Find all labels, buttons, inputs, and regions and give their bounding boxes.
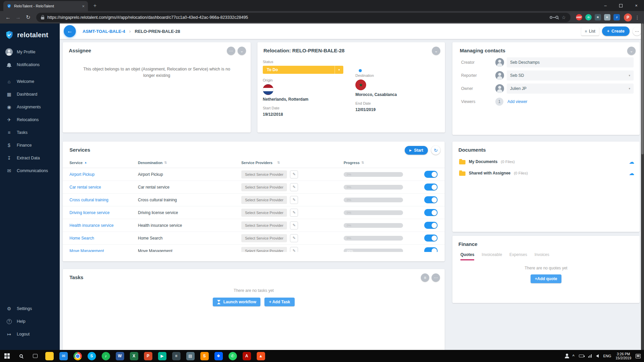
start-services-button[interactable]: ▶ Start xyxy=(405,146,428,155)
sidebar-item-relocations[interactable]: ✈ Relocations xyxy=(0,113,60,126)
owner-select[interactable]: Julien JP ▾ xyxy=(507,84,634,94)
page-scrollbar-thumb[interactable] xyxy=(641,23,644,154)
browser-extension-icon[interactable]: ABP xyxy=(576,14,582,20)
service-enabled-toggle[interactable] xyxy=(424,171,438,178)
create-button[interactable]: + Create xyxy=(602,27,630,36)
taskbar-app-button[interactable]: X xyxy=(127,350,141,362)
edit-provider-button[interactable]: ✎ xyxy=(290,247,298,252)
service-link[interactable]: Move Management xyxy=(69,249,104,252)
service-link[interactable]: Health insurance service xyxy=(69,223,113,228)
password-key-icon[interactable] xyxy=(550,16,552,19)
sidebar-item-communications[interactable]: ✉ Communications xyxy=(0,164,60,177)
zoom-icon[interactable] xyxy=(555,16,558,19)
contacts-collapse-button[interactable]: ⌄ xyxy=(627,47,636,55)
tray-expand-icon[interactable]: ^ xyxy=(573,354,575,358)
browser-profile-avatar[interactable]: P xyxy=(624,13,632,21)
browser-tab[interactable]: ReloTalent - ReloTalent × xyxy=(3,1,88,11)
edit-provider-button[interactable]: ✎ xyxy=(290,183,298,191)
taskbar-app-button[interactable]: ▶ xyxy=(155,350,169,362)
browser-extension-icon[interactable]: G xyxy=(585,14,592,20)
select-provider-dropdown[interactable]: Select Service Provider xyxy=(241,221,287,229)
refresh-services-button[interactable]: ↻ xyxy=(431,146,440,155)
service-enabled-toggle[interactable] xyxy=(424,235,438,242)
sidebar-item-finance[interactable]: $ Finance xyxy=(0,139,60,152)
volume-icon[interactable] xyxy=(596,354,599,358)
taskbar-app-button[interactable]: S xyxy=(197,350,211,362)
document-folder-row[interactable]: My Documents (0 Files) ☁ xyxy=(452,156,640,167)
status-dropdown[interactable]: To Do ▾ xyxy=(263,66,343,74)
service-enabled-toggle[interactable] xyxy=(424,247,438,252)
browser-menu-icon[interactable]: ⋮ xyxy=(634,15,641,20)
sidebar-item-settings[interactable]: ⚙ Settings xyxy=(0,302,60,315)
select-provider-dropdown[interactable]: Select Service Provider xyxy=(241,170,287,178)
cloud-upload-icon[interactable]: ☁ xyxy=(629,159,634,165)
sidebar-item-welcome[interactable]: ⌂ Welcome xyxy=(0,75,60,88)
taskbar-search-button[interactable] xyxy=(14,350,28,362)
finance-tab[interactable]: Quotes xyxy=(460,252,474,260)
taskbar-app-button[interactable] xyxy=(42,350,56,362)
network-signal-icon[interactable] xyxy=(588,354,592,358)
finance-tab[interactable]: Invoices xyxy=(535,252,549,260)
select-provider-dropdown[interactable]: Select Service Provider xyxy=(241,196,287,204)
browser-forward-button[interactable]: → xyxy=(13,14,23,20)
sidebar-item-tasks[interactable]: ≡ Tasks xyxy=(0,126,60,139)
select-provider-dropdown[interactable]: Select Service Provider xyxy=(241,209,287,217)
service-link[interactable]: Airport Pickup xyxy=(69,172,95,177)
finance-tab[interactable]: Expenses xyxy=(509,252,527,260)
service-link[interactable]: Car rental service xyxy=(69,185,101,190)
tab-close-icon[interactable]: × xyxy=(82,4,85,9)
tasks-more-button[interactable]: ⋯ xyxy=(432,273,440,282)
relocation-collapse-button[interactable]: ⌄ xyxy=(432,47,440,55)
finance-tab[interactable]: Invoiceable xyxy=(482,252,502,260)
battery-icon[interactable] xyxy=(579,355,584,357)
launch-workflow-button[interactable]: Launch workflow xyxy=(213,298,260,306)
taskbar-app-button[interactable]: ▲ xyxy=(254,350,268,362)
sidebar-item-assignments[interactable]: ◉ Assignments xyxy=(0,101,60,113)
select-provider-dropdown[interactable]: Select Service Provider xyxy=(241,183,287,191)
taskbar-app-button[interactable]: W xyxy=(113,350,127,362)
tasks-list-view-button[interactable]: ≡ xyxy=(421,273,429,282)
browser-reload-button[interactable]: ↻ xyxy=(23,14,33,20)
taskbar-app-button[interactable]: A xyxy=(240,350,254,362)
select-provider-dropdown[interactable]: Select Service Provider xyxy=(241,247,287,252)
column-service-providers[interactable]: Service Providers xyxy=(241,161,273,165)
sidebar-item-extract-data[interactable]: ↧ Extract Data xyxy=(0,152,60,164)
sidebar-item-notifications[interactable]: Notifications xyxy=(0,58,60,71)
assignee-more-button[interactable]: ⋯ xyxy=(227,47,235,55)
service-enabled-toggle[interactable] xyxy=(424,184,438,191)
edit-provider-button[interactable]: ✎ xyxy=(290,234,298,242)
window-minimize-button[interactable]: – xyxy=(598,0,613,11)
browser-back-button[interactable]: ← xyxy=(3,14,13,20)
sidebar-item-help[interactable]: ? Help xyxy=(0,315,60,328)
taskbar-app-button[interactable]: P xyxy=(141,350,155,362)
select-provider-dropdown[interactable]: Select Service Provider xyxy=(241,234,287,242)
taskbar-app-button[interactable]: ♪ xyxy=(99,350,113,362)
service-link[interactable]: Cross cultural training xyxy=(69,198,108,202)
sidebar-item-my-profile[interactable]: My Profile xyxy=(0,46,60,58)
breadcrumb-parent-link[interactable]: ASMT-TOAL-BALE-4 xyxy=(83,29,125,34)
new-tab-button[interactable]: + xyxy=(91,1,99,10)
task-view-button[interactable] xyxy=(28,350,42,362)
action-center-icon[interactable] xyxy=(636,354,641,358)
taskbar-app-button[interactable]: ▤ xyxy=(183,350,197,362)
taskbar-app-button[interactable]: ✉ xyxy=(56,350,70,362)
browser-extension-icon[interactable]: K xyxy=(604,14,610,20)
service-link[interactable]: Driving license service xyxy=(69,210,109,215)
edit-provider-button[interactable]: ✎ xyxy=(290,221,298,229)
people-icon[interactable] xyxy=(566,354,568,356)
window-maximize-button[interactable] xyxy=(613,0,629,11)
url-text[interactable]: https://singaprelo.relotalent.com/gms/#/… xyxy=(47,15,547,20)
page-scrollbar[interactable] xyxy=(641,23,644,350)
service-enabled-toggle[interactable] xyxy=(424,222,438,229)
edit-provider-button[interactable]: ✎ xyxy=(290,196,298,204)
column-progress[interactable]: Progress xyxy=(344,161,360,165)
edit-provider-button[interactable]: ✎ xyxy=(290,209,298,217)
taskbar-app-button[interactable]: ❖ xyxy=(211,350,226,362)
back-button[interactable]: ← xyxy=(64,25,76,37)
taskbar-app-button[interactable]: ✆ xyxy=(226,350,240,362)
add-quote-button[interactable]: +Add quote xyxy=(531,274,561,283)
taskbar-app-button[interactable] xyxy=(70,350,85,362)
cloud-upload-icon[interactable]: ☁ xyxy=(629,170,634,176)
edit-provider-button[interactable]: ✎ xyxy=(290,170,298,178)
taskbar-clock[interactable]: 3:26 PM 15/2/2019 xyxy=(615,352,631,360)
